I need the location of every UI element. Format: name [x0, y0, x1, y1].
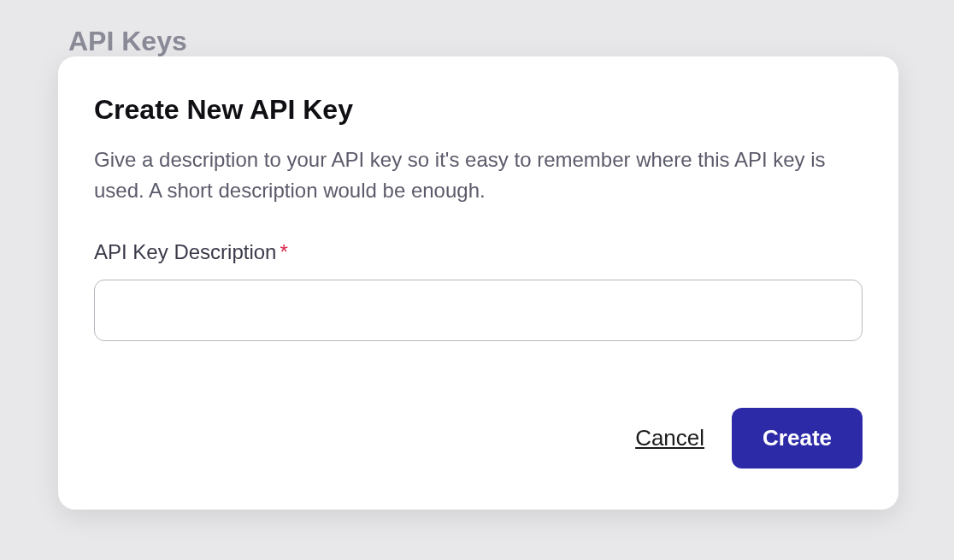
create-api-key-modal: Create New API Key Give a description to…	[58, 56, 898, 510]
api-key-description-label: API Key Description*	[94, 240, 863, 264]
modal-title: Create New API Key	[94, 94, 863, 126]
modal-description: Give a description to your API key so it…	[94, 144, 863, 206]
api-key-description-input[interactable]	[94, 280, 863, 341]
page-title: API Keys	[68, 26, 187, 57]
field-label-text: API Key Description	[94, 240, 276, 263]
cancel-button[interactable]: Cancel	[635, 425, 704, 451]
required-indicator: *	[280, 240, 287, 263]
modal-actions: Cancel Create	[94, 408, 863, 469]
create-button[interactable]: Create	[732, 408, 863, 469]
